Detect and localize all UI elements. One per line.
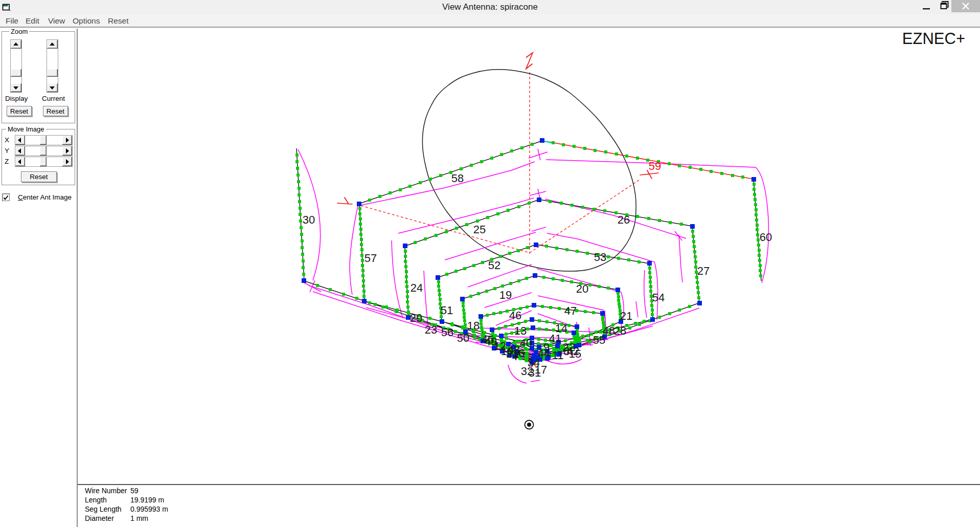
svg-text:60: 60 xyxy=(760,231,772,244)
svg-text:58: 58 xyxy=(451,172,464,185)
svg-text:33: 33 xyxy=(506,347,518,360)
svg-text:23: 23 xyxy=(425,323,437,336)
svg-text:46: 46 xyxy=(509,309,521,322)
svg-text:55: 55 xyxy=(593,334,605,346)
svg-text:59: 59 xyxy=(649,160,661,172)
svg-text:13: 13 xyxy=(514,324,527,337)
svg-text:15: 15 xyxy=(569,347,581,360)
svg-text:45: 45 xyxy=(482,333,494,346)
svg-text:29: 29 xyxy=(410,312,422,324)
svg-text:20: 20 xyxy=(576,282,588,295)
svg-text:25: 25 xyxy=(473,223,486,236)
svg-text:30: 30 xyxy=(303,213,315,226)
svg-text:19: 19 xyxy=(499,289,512,301)
svg-text:28: 28 xyxy=(614,324,626,337)
svg-text:57: 57 xyxy=(364,252,377,265)
svg-text:18: 18 xyxy=(467,319,480,332)
svg-text:51: 51 xyxy=(441,304,453,317)
svg-text:24: 24 xyxy=(411,281,423,294)
svg-text:41: 41 xyxy=(549,332,561,345)
svg-text:52: 52 xyxy=(488,259,500,272)
svg-text:54: 54 xyxy=(652,291,665,304)
svg-text:53: 53 xyxy=(594,251,606,264)
svg-text:11: 11 xyxy=(552,349,564,362)
svg-text:47: 47 xyxy=(564,304,577,317)
svg-text:50: 50 xyxy=(457,332,469,344)
svg-text:26: 26 xyxy=(618,213,630,226)
svg-text:27: 27 xyxy=(697,265,710,277)
svg-text:56: 56 xyxy=(441,326,453,339)
svg-text:34: 34 xyxy=(528,356,540,369)
svg-text:21: 21 xyxy=(620,310,632,322)
